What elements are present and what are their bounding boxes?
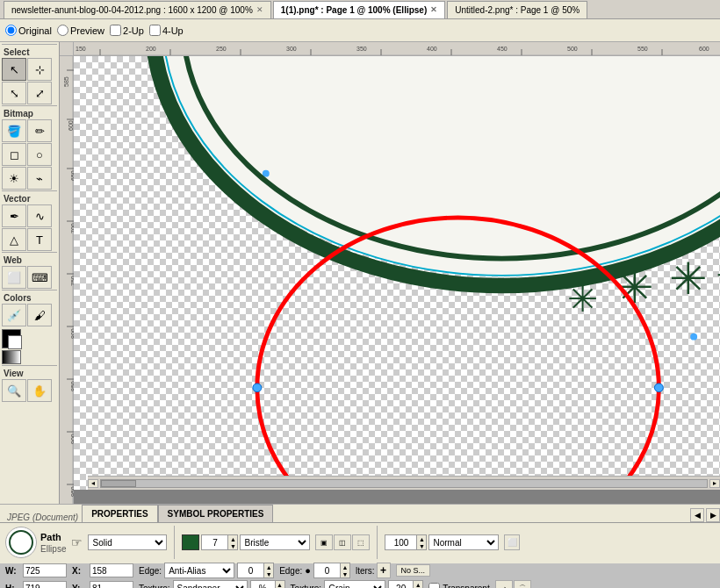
web-label: Web xyxy=(2,252,57,266)
zoom-tool[interactable]: 🔍 xyxy=(2,379,26,402)
scroll-thumb[interactable] xyxy=(101,480,136,487)
tex1-spin-up[interactable]: ▲ xyxy=(276,581,284,588)
width-input[interactable] xyxy=(23,563,67,577)
paint-tool[interactable]: 🖌 xyxy=(27,304,52,326)
fill-color-swatch[interactable] xyxy=(8,335,22,349)
paint-bucket-tool[interactable]: 🪣 xyxy=(2,119,26,142)
pen-tool[interactable]: ✒ xyxy=(2,204,26,227)
stroke-align-outside[interactable]: ⬚ xyxy=(352,534,370,550)
eyedropper-tool[interactable]: 💉 xyxy=(2,304,26,326)
texture1-pct-spinner[interactable]: ▲ ▼ xyxy=(250,580,285,588)
height-input[interactable] xyxy=(23,581,67,588)
eraser-tool[interactable]: ◻ xyxy=(2,143,26,166)
stroke-type-dropdown[interactable]: BristlePencilBasicAirbrush xyxy=(240,534,310,550)
path-tool-icon[interactable]: ☞ xyxy=(71,535,83,549)
subselect-tool[interactable]: ⊹ xyxy=(27,58,52,81)
preview-radio[interactable]: Preview xyxy=(57,25,104,36)
add-stroke-section: lters: + xyxy=(356,563,391,578)
texture2-btns[interactable]: ▲ ▼ xyxy=(413,580,423,588)
blur-tool[interactable]: ○ xyxy=(27,143,52,166)
scale-tool[interactable]: ⤡ xyxy=(2,82,26,104)
edge1-spinner[interactable]: ▲ ▼ xyxy=(237,563,274,578)
panel-nav-left[interactable]: ◀ xyxy=(690,508,704,522)
scroll-track[interactable] xyxy=(100,479,708,488)
stroke-align-inside[interactable]: ▣ xyxy=(315,534,333,550)
edge1-btns[interactable]: ▲ ▼ xyxy=(263,563,274,578)
shape-tool[interactable]: △ xyxy=(2,228,26,251)
no-stroke-btn[interactable]: No S... xyxy=(396,564,431,577)
hand-tool[interactable]: ✋ xyxy=(27,379,52,402)
opacity-spin-down[interactable]: ▼ xyxy=(417,542,426,549)
smudge-tool[interactable]: ⌁ xyxy=(27,167,52,190)
svg-point-39 xyxy=(144,56,720,277)
tab-ellipse[interactable]: 1(1).png* : Page 1 @ 100% (Ellipse) ✕ xyxy=(273,1,445,18)
edge1-dropdown[interactable]: Anti-AliasHardFeather xyxy=(164,563,234,578)
dodge-tool[interactable]: ☀ xyxy=(2,167,26,190)
path-labels: Path Ellipse xyxy=(40,532,66,554)
select-tool[interactable]: ↖ xyxy=(2,58,26,81)
stroke-width-spinner[interactable]: ▲ ▼ xyxy=(201,534,238,550)
blend-mode-dropdown[interactable]: NormalMultiplyScreenOverlay xyxy=(428,534,499,550)
edge1-spin-down[interactable]: ▼ xyxy=(264,570,273,577)
texture2-dropdown[interactable]: GrainNoneSandpaper xyxy=(324,580,385,588)
separator-1 xyxy=(174,526,175,559)
opacity-spin-up[interactable]: ▲ xyxy=(417,535,426,542)
spin-up[interactable]: ▲ xyxy=(228,535,237,542)
texture1-pct-input[interactable] xyxy=(250,580,275,588)
edge1-input[interactable] xyxy=(237,563,263,578)
texture2-section: Texture: GrainNoneSandpaper ▲ ▼ xyxy=(291,580,424,588)
skew-tool[interactable]: ⤢ xyxy=(27,82,52,104)
tex2-spin-up[interactable]: ▲ xyxy=(414,581,422,588)
transparent-label: Transparent xyxy=(443,584,490,589)
stroke-color-swatch[interactable] xyxy=(182,534,199,550)
stroke-cap-icon[interactable]: ⇢ xyxy=(495,580,513,588)
tab-newsletter[interactable]: newsletter-anunt-blog-00-04-2012.png : 1… xyxy=(4,1,271,18)
stroke-width-btns[interactable]: ▲ ▼ xyxy=(227,534,238,550)
texture1-dropdown[interactable]: SandpaperNoneGrainBurlap xyxy=(173,580,248,588)
scrollbar-horizontal[interactable]: ◂ ▸ xyxy=(88,476,720,490)
4up-radio[interactable]: 4-Up xyxy=(149,25,184,36)
opacity-btns[interactable]: ▲ ▼ xyxy=(416,534,427,550)
edge2-btns[interactable]: ▲ ▼ xyxy=(340,563,350,578)
view-label: View xyxy=(2,365,57,379)
svg-point-52 xyxy=(10,531,32,554)
tab-properties[interactable]: PROPERTIES xyxy=(82,505,157,522)
opacity-input[interactable] xyxy=(385,534,416,550)
x-input[interactable] xyxy=(90,563,133,577)
panel-nav-right[interactable]: ▶ xyxy=(706,508,720,522)
tab-untitled[interactable]: Untitled-2.png* : Page 1 @ 50% xyxy=(447,1,587,18)
edge1-spin-up[interactable]: ▲ xyxy=(264,563,273,570)
texture2-pct-spinner[interactable]: ▲ ▼ xyxy=(388,580,423,588)
opacity-spinner[interactable]: ▲ ▼ xyxy=(385,534,427,550)
tab-symbol-properties[interactable]: SYMBOL PROPERTIES xyxy=(158,505,274,522)
edge2-input[interactable] xyxy=(313,563,340,578)
tab-close-ellipse[interactable]: ✕ xyxy=(430,5,437,14)
fill-dropdown[interactable]: SolidLinearRadialPattern xyxy=(88,534,167,550)
pencil-tool[interactable]: ✏ xyxy=(27,119,52,142)
y-input[interactable] xyxy=(90,581,133,588)
gradient-swatch[interactable] xyxy=(2,350,21,364)
texture2-pct-input[interactable] xyxy=(388,580,413,588)
scroll-left-btn[interactable]: ◂ xyxy=(88,479,98,488)
opacity-section: ▲ ▼ NormalMultiplyScreenOverlay xyxy=(385,534,499,550)
tab-close-newsletter[interactable]: ✕ xyxy=(256,5,263,14)
2up-radio[interactable]: 2-Up xyxy=(110,25,144,36)
texture1-btns[interactable]: ▲ ▼ xyxy=(275,580,285,588)
stroke-align-center[interactable]: ◫ xyxy=(334,534,351,550)
scroll-right-btn[interactable]: ▸ xyxy=(709,479,720,488)
original-radio[interactable]: Original xyxy=(5,25,52,36)
slice-tool[interactable]: ⌨ xyxy=(27,266,52,289)
edge2-spinner[interactable]: ▲ ▼ xyxy=(313,563,350,578)
edge2-spin-up[interactable]: ▲ xyxy=(341,563,349,570)
stroke-width-input[interactable] xyxy=(201,534,227,550)
stroke-color-swatch[interactable] xyxy=(2,329,21,348)
stroke-join-icon[interactable]: ⌒ xyxy=(514,580,531,588)
hotspot-tool[interactable]: ⬜ xyxy=(2,266,26,289)
edge2-spin-down[interactable]: ▼ xyxy=(341,570,349,577)
text-tool[interactable]: T xyxy=(27,228,52,251)
add-stroke-btn[interactable]: + xyxy=(377,563,391,578)
bezier-tool[interactable]: ∿ xyxy=(27,204,52,227)
extra-btn[interactable]: ⬜ xyxy=(504,534,520,550)
spin-down[interactable]: ▼ xyxy=(228,542,237,549)
transparent-checkbox[interactable] xyxy=(428,583,440,589)
